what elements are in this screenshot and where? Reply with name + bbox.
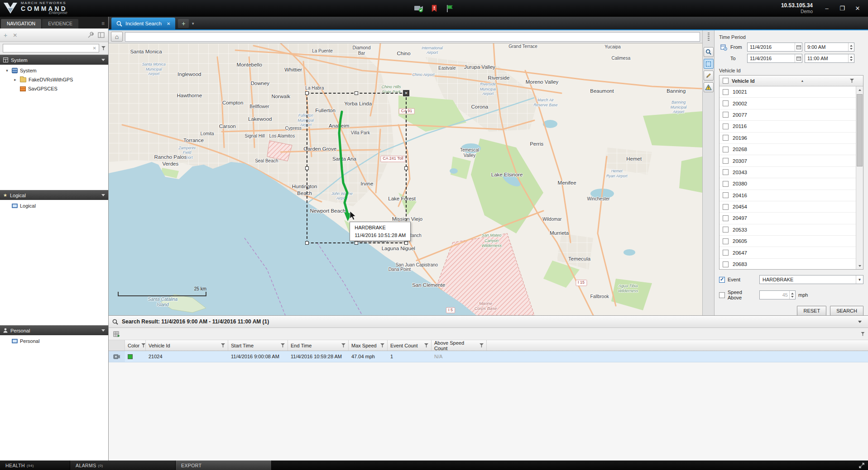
selection-handle[interactable] bbox=[404, 166, 408, 170]
vehicle-checkbox[interactable] bbox=[723, 123, 729, 129]
vehicle-row[interactable]: 20533 bbox=[719, 224, 856, 236]
calendar-icon[interactable] bbox=[795, 54, 802, 62]
filter-funnel-icon[interactable] bbox=[141, 343, 145, 347]
selection-handle[interactable] bbox=[305, 241, 309, 245]
close-button[interactable]: ✕ bbox=[850, 2, 865, 14]
dropdown-arrow-icon[interactable]: ▼ bbox=[856, 275, 863, 284]
vehicle-checkbox[interactable] bbox=[723, 238, 729, 244]
result-row[interactable]: 21024 11/4/2016 9:00:08 AM 11/4/2016 10:… bbox=[109, 351, 868, 362]
vehicle-checkbox[interactable] bbox=[723, 147, 729, 152]
vehicle-checkbox[interactable] bbox=[723, 112, 729, 118]
filter-funnel-icon[interactable] bbox=[341, 343, 345, 347]
export-status-button[interactable]: EXPORT bbox=[176, 461, 272, 470]
time-spinner[interactable] bbox=[848, 54, 854, 62]
system-panel-header[interactable]: System bbox=[0, 55, 108, 65]
search-result-header[interactable]: Search Result: 11/4/2016 9:00 AM - 11/4/… bbox=[109, 316, 868, 328]
vehicle-row[interactable]: 20196 bbox=[719, 133, 856, 144]
export-grid-button[interactable] bbox=[112, 329, 121, 338]
tab-incident-search[interactable]: Incident Search ✕ bbox=[111, 18, 175, 29]
vehicle-checkbox[interactable] bbox=[723, 135, 729, 141]
logical-panel-header[interactable]: ★ Logical bbox=[0, 190, 108, 200]
vehicle-checkbox[interactable] bbox=[723, 100, 729, 106]
map-canvas[interactable]: Santa MonicaSanta Monica Municipal Airpo… bbox=[109, 43, 702, 315]
tab-close-icon[interactable]: ✕ bbox=[165, 21, 170, 26]
vehicle-row[interactable]: 20683 bbox=[719, 259, 856, 269]
vehicle-checkbox[interactable] bbox=[723, 215, 729, 221]
vehicle-row[interactable]: 20605 bbox=[719, 236, 856, 247]
alarms-status-button[interactable]: ALARMS (0) bbox=[70, 461, 176, 470]
vehicle-checkbox[interactable] bbox=[723, 158, 729, 164]
vehicle-checkbox[interactable] bbox=[723, 250, 729, 256]
personal-panel-header[interactable]: Personal bbox=[0, 325, 108, 335]
vehicle-row[interactable]: 20116 bbox=[719, 121, 856, 132]
tree-item-logical[interactable]: Logical bbox=[0, 201, 108, 210]
vehicle-row[interactable]: 20002 bbox=[719, 98, 856, 109]
selection-handle[interactable] bbox=[305, 91, 309, 95]
vehicle-row[interactable]: 20647 bbox=[719, 247, 856, 258]
connect-tool-icon[interactable] bbox=[87, 32, 94, 38]
tab-navigation[interactable]: NAVIGATION bbox=[1, 19, 41, 28]
results-filter-funnel-icon[interactable] bbox=[861, 332, 865, 336]
time-spinner[interactable] bbox=[848, 43, 854, 51]
vehicle-row[interactable]: 20380 bbox=[719, 178, 856, 190]
draw-tool-button[interactable] bbox=[704, 71, 714, 81]
vehicle-row[interactable]: 20416 bbox=[719, 190, 856, 201]
filter-funnel-icon[interactable] bbox=[281, 343, 285, 347]
tree-item-savgpsces[interactable]: SavGPSCES bbox=[0, 84, 108, 93]
scroll-up-icon[interactable] bbox=[856, 86, 863, 93]
tree-item-system-root[interactable]: ▾ System bbox=[0, 66, 108, 75]
column-header[interactable]: Above Speed Count bbox=[432, 340, 487, 351]
delete-icon[interactable]: ✕ bbox=[13, 33, 17, 38]
select-region-tool-button[interactable] bbox=[704, 59, 714, 69]
collapse-chevron-icon[interactable] bbox=[101, 329, 105, 332]
scrollbar-thumb[interactable] bbox=[857, 94, 863, 166]
tab-evidence[interactable]: EVIDENCE bbox=[42, 19, 78, 28]
expand-arrow-icon[interactable]: ▾ bbox=[5, 68, 10, 73]
vehicle-scrollbar[interactable] bbox=[856, 86, 863, 269]
health-status-button[interactable]: HEALTH (94) bbox=[0, 461, 70, 470]
home-button[interactable]: ⌂ bbox=[111, 32, 123, 42]
vehicle-row[interactable]: 20307 bbox=[719, 155, 856, 166]
column-header[interactable]: Event Count bbox=[388, 340, 432, 351]
sidebar-menu-icon[interactable]: ≡ bbox=[99, 20, 107, 28]
minimize-button[interactable]: – bbox=[819, 2, 834, 14]
health-status-icon[interactable] bbox=[445, 4, 455, 13]
event-checkbox[interactable] bbox=[719, 277, 725, 283]
clear-filter-icon[interactable]: ✕ bbox=[92, 46, 97, 51]
vehicle-row[interactable]: 20268 bbox=[719, 144, 856, 155]
expand-arrow-icon[interactable]: ▸ bbox=[13, 77, 18, 82]
tree-item-personal[interactable]: Personal bbox=[0, 337, 108, 346]
alerts-tool-button[interactable] bbox=[704, 82, 714, 92]
tree-filter-funnel-icon[interactable] bbox=[101, 46, 106, 50]
column-header[interactable]: Start Time bbox=[228, 340, 288, 351]
alarm-status-icon[interactable] bbox=[429, 4, 439, 13]
vehicle-checkbox[interactable] bbox=[723, 261, 729, 267]
vehicle-checkbox[interactable] bbox=[723, 192, 729, 198]
vehicle-table-header[interactable]: Vehicle Id ▲ bbox=[719, 76, 863, 86]
zoom-tool-button[interactable] bbox=[704, 47, 714, 57]
collapse-chevron-icon[interactable] bbox=[101, 194, 105, 196]
tree-filter-input[interactable] bbox=[5, 46, 92, 51]
reset-button[interactable]: RESET bbox=[797, 306, 826, 316]
column-header[interactable]: Vehicle Id bbox=[146, 340, 228, 351]
collapse-chevron-icon[interactable] bbox=[101, 59, 105, 61]
expand-statusbar-icon[interactable] bbox=[859, 463, 864, 468]
add-icon[interactable]: + bbox=[4, 32, 7, 38]
vehicle-checkbox[interactable] bbox=[723, 181, 729, 187]
collapse-results-icon[interactable] bbox=[858, 321, 862, 323]
selection-handle[interactable] bbox=[355, 91, 358, 95]
speed-above-checkbox[interactable] bbox=[719, 292, 725, 298]
region-selection-rectangle[interactable]: ✕ bbox=[307, 93, 407, 243]
to-time-field[interactable]: 11:00 AM bbox=[805, 54, 854, 63]
column-header[interactable]: Color bbox=[125, 340, 146, 351]
vehicle-row[interactable]: 10021 bbox=[719, 86, 856, 98]
speed-spinner[interactable] bbox=[789, 291, 795, 299]
panel-splitter-grip[interactable] bbox=[708, 33, 710, 41]
vehicle-row[interactable]: 20454 bbox=[719, 201, 856, 213]
from-time-field[interactable]: 9:00 AM bbox=[805, 43, 854, 52]
vehicle-row[interactable]: 20497 bbox=[719, 213, 856, 224]
filter-funnel-icon[interactable] bbox=[221, 343, 225, 347]
vehicle-filter-funnel-icon[interactable] bbox=[850, 79, 854, 83]
filter-funnel-icon[interactable] bbox=[424, 343, 428, 347]
column-header[interactable]: End Time bbox=[288, 340, 349, 351]
